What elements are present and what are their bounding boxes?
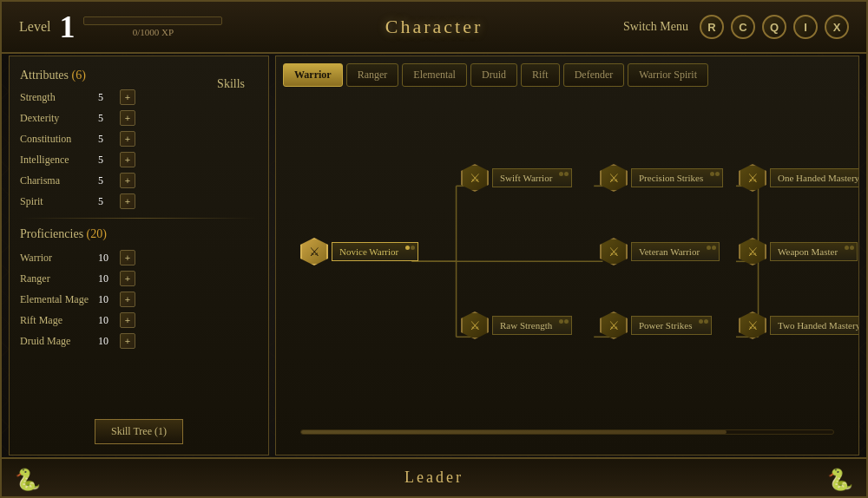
menu-btn-x[interactable]: X [825, 15, 849, 39]
stat-btn-constitution[interactable]: + [120, 131, 135, 147]
switch-menu-label: Switch Menu [623, 20, 688, 34]
divider-1 [20, 218, 258, 219]
node-swift-warrior[interactable]: ⚔ Swift Warrior [461, 164, 572, 192]
node-label-power: Power Strikes [631, 316, 712, 335]
node-label-two-handed: Two Handed Mastery [770, 316, 859, 335]
stat-btn-intelligence[interactable]: + [120, 152, 135, 167]
xp-bar [83, 16, 222, 25]
node-icon-power: ⚔ [600, 311, 628, 339]
node-one-handed-mastery[interactable]: ⚔ One Handed Mastery [739, 164, 859, 192]
stat-row-constitution: Constitution 5 + [20, 131, 258, 147]
stat-btn-warrior[interactable]: + [120, 250, 135, 265]
stat-btn-spirit[interactable]: + [120, 193, 135, 209]
stat-row-strength: Strength 5 + [20, 89, 258, 105]
stat-btn-charisma[interactable]: + [120, 173, 135, 188]
node-label-swift: Swift Warrior [492, 168, 572, 187]
node-weapon-master[interactable]: ⚔ Weapon Master [739, 238, 858, 265]
stat-row-druid-mage: Druid Mage 10 + [20, 333, 258, 349]
footer: 🐍 Leader 🐍 [2, 457, 866, 496]
node-label-weapon-master: Weapon Master [770, 242, 858, 261]
node-two-handed-mastery[interactable]: ⚔ Two Handed Mastery [739, 311, 859, 339]
tab-ranger[interactable]: Ranger [346, 63, 399, 87]
tab-rift[interactable]: Rift [521, 63, 560, 87]
level-value: 1 [59, 11, 75, 43]
header-title: Character [385, 16, 483, 38]
xp-bar-container: 0/1000 XP [83, 16, 222, 37]
stat-row-dexterity: Dexterity 5 + [20, 110, 258, 126]
tab-elemental[interactable]: Elemental [402, 63, 467, 87]
node-veteran-warrior[interactable]: ⚔ Veteran Warrior [600, 238, 720, 265]
node-icon-raw: ⚔ [461, 311, 489, 339]
stat-row-spirit: Spirit 5 + [20, 193, 258, 209]
attributes-count: (6) [72, 69, 86, 82]
corner-ornament-left: 🐍 [15, 468, 41, 492]
node-icon-two-handed: ⚔ [739, 311, 766, 339]
stat-row-rift-mage: Rift Mage 10 + [20, 312, 258, 328]
right-panel: Warrior Ranger Elemental Druid Rift Defe… [275, 56, 859, 455]
corner-ornament-right: 🐍 [827, 468, 853, 492]
node-icon-precision: ⚔ [600, 164, 628, 192]
header: Level 1 0/1000 XP Character Switch Menu … [2, 2, 866, 54]
proficiencies-count: (20) [87, 227, 107, 240]
node-novice-warrior[interactable]: ⚔ Novice Warrior [300, 238, 418, 265]
stat-row-elemental-mage: Elemental Mage 10 + [20, 292, 258, 307]
footer-label: Leader [404, 469, 464, 487]
node-icon-veteran: ⚔ [600, 238, 628, 265]
node-dots-novice [405, 246, 415, 250]
skills-header: Skills [217, 77, 245, 91]
menu-btn-q[interactable]: Q [762, 15, 786, 39]
proficiencies-list: Warrior 10 + Ranger 10 + Elemental Mage … [20, 250, 258, 349]
scrollbar-track[interactable] [300, 429, 834, 435]
tabs-row: Warrior Ranger Elemental Druid Rift Defe… [283, 63, 852, 87]
node-dots-precision [710, 172, 720, 176]
node-precision-strikes[interactable]: ⚔ Precision Strikes [600, 164, 723, 192]
switch-menu-section: Switch Menu R C Q I X [623, 15, 849, 39]
level-label: Level [19, 19, 50, 35]
node-dots-power [699, 319, 708, 324]
node-icon-one-handed: ⚔ [739, 164, 766, 192]
node-raw-strength[interactable]: ⚔ Raw Strength [461, 311, 572, 339]
node-dots-raw [559, 319, 569, 324]
node-icon-novice: ⚔ [300, 238, 328, 265]
scrollbar-thumb [301, 430, 727, 434]
stat-btn-elemental-mage[interactable]: + [120, 292, 135, 307]
tab-warrior[interactable]: Warrior [283, 63, 343, 87]
menu-btn-i[interactable]: I [793, 15, 818, 39]
menu-btn-c[interactable]: C [731, 15, 755, 39]
attributes-header: Attributes (6) [20, 69, 86, 82]
stat-btn-ranger[interactable]: + [120, 271, 135, 286]
node-label-one-handed: One Handed Mastery [770, 168, 859, 187]
node-dots-weapon-master [845, 246, 854, 250]
stat-btn-strength[interactable]: + [120, 89, 135, 105]
stat-row-intelligence: Intelligence 5 + [20, 152, 258, 167]
node-dots-swift [559, 172, 569, 176]
level-section: Level 1 0/1000 XP [19, 11, 222, 43]
node-icon-weapon-master: ⚔ [739, 238, 766, 265]
xp-text: 0/1000 XP [133, 27, 174, 37]
node-label-raw: Raw Strength [492, 316, 572, 335]
node-label-novice: Novice Warrior [332, 242, 418, 261]
stat-btn-rift-mage[interactable]: + [120, 312, 135, 328]
node-icon-swift: ⚔ [461, 164, 489, 192]
stat-row-charisma: Charisma 5 + [20, 173, 258, 188]
stat-row-warrior: Warrior 10 + [20, 250, 258, 265]
left-panel: Attributes (6) Skills Strength 5 + Dexte… [9, 56, 269, 455]
tab-druid[interactable]: Druid [470, 63, 517, 87]
tab-defender[interactable]: Defender [563, 63, 625, 87]
node-label-veteran: Veteran Warrior [631, 242, 720, 261]
node-power-strikes[interactable]: ⚔ Power Strikes [600, 311, 712, 339]
attributes-list: Strength 5 + Dexterity 5 + Constitution … [20, 89, 258, 209]
stat-btn-dexterity[interactable]: + [120, 110, 135, 126]
skill-tree-button[interactable]: Skill Tree (1) [95, 419, 183, 444]
main-container: Level 1 0/1000 XP Character Switch Menu … [0, 0, 868, 498]
node-label-precision: Precision Strikes [631, 168, 723, 187]
node-dots-veteran [707, 246, 716, 250]
tab-warrior-spirit[interactable]: Warrior Spirit [628, 63, 708, 87]
stat-row-ranger: Ranger 10 + [20, 271, 258, 286]
menu-btn-r[interactable]: R [700, 15, 724, 39]
proficiencies-header: Proficiencies (20) [20, 227, 258, 241]
skill-tree: ⚔ Novice Warrior ⚔ Swift Warrior [283, 97, 852, 438]
stat-btn-druid-mage[interactable]: + [120, 333, 135, 349]
